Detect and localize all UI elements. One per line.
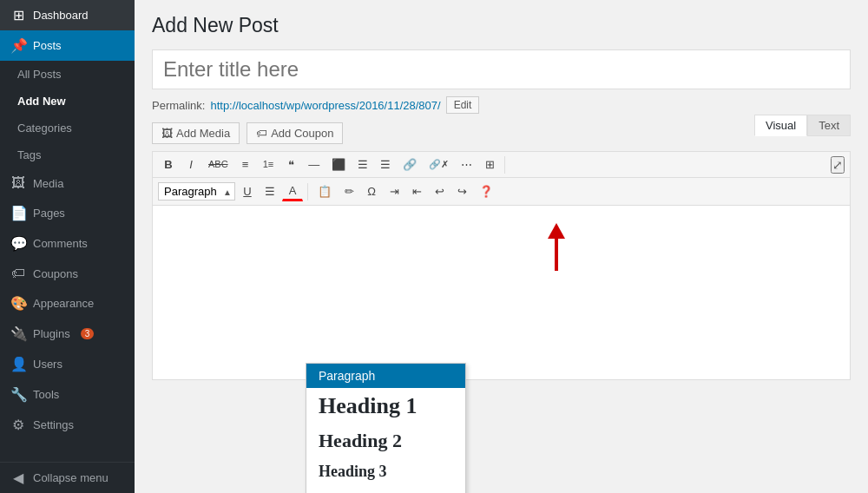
indent-button[interactable]: ⇥	[384, 182, 404, 200]
align-left-button[interactable]: ⬛	[326, 155, 351, 174]
camera-icon: 🖼	[161, 127, 173, 140]
align-right-button[interactable]: ☰	[375, 155, 396, 174]
sidebar-item-settings[interactable]: ⚙ Settings	[0, 410, 135, 440]
toolbar-row2: Paragraph Heading 1 Heading 2 Heading 3 …	[153, 178, 850, 206]
underline-button[interactable]: U	[237, 182, 258, 200]
link-button[interactable]: 🔗	[398, 155, 422, 174]
content-area: Add New Post Permalink: http://localhost…	[135, 0, 868, 493]
paste-text-button[interactable]: 📋	[312, 182, 337, 200]
posts-icon: 📌	[10, 37, 26, 54]
permalink-edit-button[interactable]: Edit	[446, 96, 480, 114]
omega-button[interactable]: Ω	[361, 182, 382, 200]
plugins-badge: 3	[81, 328, 95, 339]
pages-icon: 📄	[10, 205, 26, 221]
dropdown-item-h2[interactable]: Heading 2	[306, 424, 465, 457]
sidebar-label-posts: Posts	[33, 39, 62, 52]
sidebar-label-plugins: Plugins	[33, 327, 70, 340]
dropdown-item-h1[interactable]: Heading 1	[306, 388, 465, 424]
ordered-list-button[interactable]: 1≡	[258, 156, 279, 173]
plugins-icon: 🔌	[10, 325, 26, 342]
toolbar-divider-2	[307, 183, 308, 200]
undo-button[interactable]: ↩	[429, 182, 450, 200]
tab-text[interactable]: Text	[807, 115, 851, 136]
sidebar-item-dashboard[interactable]: ⊞ Dashboard	[0, 0, 135, 30]
sidebar-item-pages[interactable]: 📄 Pages	[0, 198, 135, 228]
sidebar-item-add-new[interactable]: Add New	[0, 88, 135, 115]
media-row: 🖼 Add Media 🏷 Add Coupon	[152, 122, 851, 144]
main-content: Add New Post Permalink: http://localhost…	[135, 0, 868, 493]
sidebar-label-dashboard: Dashboard	[33, 9, 89, 22]
editor-wrapper: B I ABC ≡ 1≡ ❝ — ⬛ ☰ ☰ 🔗 🔗✗ ⋯ ⊞ ⤢	[152, 151, 851, 380]
help-button[interactable]: ❓	[474, 182, 498, 200]
align-center-button[interactable]: ☰	[352, 155, 373, 174]
dropdown-item-h4[interactable]: HEADING 4	[306, 486, 465, 493]
dropdown-item-paragraph[interactable]: Paragraph	[306, 364, 465, 388]
more-button[interactable]: ⋯	[456, 155, 477, 174]
sidebar-label-collapse: Collapse menu	[33, 471, 108, 484]
editor-body[interactable]	[153, 206, 850, 379]
post-title-input[interactable]	[152, 49, 851, 89]
expand-button[interactable]: ⤢	[831, 156, 845, 174]
sidebar-item-all-posts[interactable]: All Posts	[0, 61, 135, 88]
blockquote-button[interactable]: ❝	[280, 155, 301, 174]
unlink-button[interactable]: 🔗✗	[424, 156, 454, 173]
sidebar-label-comments: Comments	[33, 237, 88, 250]
sidebar-item-plugins[interactable]: 🔌 Plugins 3	[0, 319, 135, 349]
sidebar-label-tags: Tags	[17, 148, 41, 161]
appearance-icon: 🎨	[10, 295, 26, 312]
sidebar-item-coupons[interactable]: 🏷 Coupons	[0, 259, 135, 288]
sidebar: ⊞ Dashboard 📌 Posts All Posts Add New Ca…	[0, 0, 135, 493]
paragraph-select[interactable]: Paragraph Heading 1 Heading 2 Heading 3 …	[158, 182, 235, 200]
sidebar-item-comments[interactable]: 💬 Comments	[0, 228, 135, 259]
sidebar-item-tools[interactable]: 🔧 Tools	[0, 379, 135, 410]
text-color-button[interactable]: A	[282, 181, 303, 201]
tab-visual[interactable]: Visual	[754, 115, 807, 136]
toolbar-row1: B I ABC ≡ 1≡ ❝ — ⬛ ☰ ☰ 🔗 🔗✗ ⋯ ⊞ ⤢	[153, 152, 850, 178]
justify-button[interactable]: ☰	[260, 182, 280, 200]
sidebar-label-add-new: Add New	[17, 95, 66, 108]
sidebar-item-appearance[interactable]: 🎨 Appearance	[0, 288, 135, 319]
horizontal-rule-button[interactable]: —	[303, 155, 325, 174]
permalink-url[interactable]: http://localhost/wp/wordpress/2016/11/28…	[210, 99, 440, 112]
add-coupon-button[interactable]: 🏷 Add Coupon	[247, 122, 343, 144]
clear-format-button[interactable]: ✏	[339, 182, 359, 200]
sidebar-label-tools: Tools	[33, 388, 59, 401]
redo-button[interactable]: ↪	[451, 182, 472, 200]
paragraph-dropdown: Paragraph Heading 1 Heading 2 Heading 3 …	[306, 363, 466, 493]
dropdown-item-h3[interactable]: Heading 3	[306, 457, 465, 486]
media-icon: 🖼	[10, 175, 26, 191]
outdent-button[interactable]: ⇤	[406, 182, 427, 200]
permalink-label: Permalink:	[152, 99, 205, 112]
unordered-list-button[interactable]: ≡	[235, 155, 256, 174]
sidebar-item-categories[interactable]: Categories	[0, 115, 135, 141]
coupon-icon: 🏷	[256, 127, 267, 140]
sidebar-item-collapse[interactable]: ◀ Collapse menu	[0, 462, 135, 493]
add-media-button[interactable]: 🖼 Add Media	[152, 122, 240, 144]
sidebar-item-tags[interactable]: Tags	[0, 141, 135, 168]
grid-button[interactable]: ⊞	[479, 155, 500, 174]
page-title: Add New Post	[152, 14, 851, 37]
paragraph-select-wrapper: Paragraph Heading 1 Heading 2 Heading 3 …	[158, 182, 235, 200]
sidebar-item-users[interactable]: 👤 Users	[0, 349, 135, 379]
sidebar-label-users: Users	[33, 358, 62, 371]
dashboard-icon: ⊞	[10, 7, 26, 23]
sidebar-label-all-posts: All Posts	[17, 68, 62, 81]
permalink-bar: Permalink: http://localhost/wp/wordpress…	[152, 96, 851, 114]
sidebar-label-coupons: Coupons	[33, 267, 78, 280]
comments-icon: 💬	[10, 235, 26, 252]
italic-button[interactable]: I	[181, 155, 201, 174]
collapse-icon: ◀	[10, 470, 26, 486]
strikethrough-button[interactable]: ABC	[203, 156, 233, 173]
sidebar-label-pages: Pages	[33, 207, 65, 220]
sidebar-label-media: Media	[33, 177, 63, 190]
visual-text-tabs: Visual Text	[754, 115, 851, 136]
bold-button[interactable]: B	[158, 155, 179, 174]
coupons-icon: 🏷	[10, 266, 26, 281]
settings-icon: ⚙	[10, 417, 26, 433]
toolbar-divider	[504, 156, 505, 174]
sidebar-label-categories: Categories	[17, 122, 72, 135]
sidebar-item-posts[interactable]: 📌 Posts	[0, 30, 135, 61]
tools-icon: 🔧	[10, 386, 26, 403]
sidebar-item-media[interactable]: 🖼 Media	[0, 168, 135, 198]
sidebar-label-settings: Settings	[33, 418, 74, 431]
